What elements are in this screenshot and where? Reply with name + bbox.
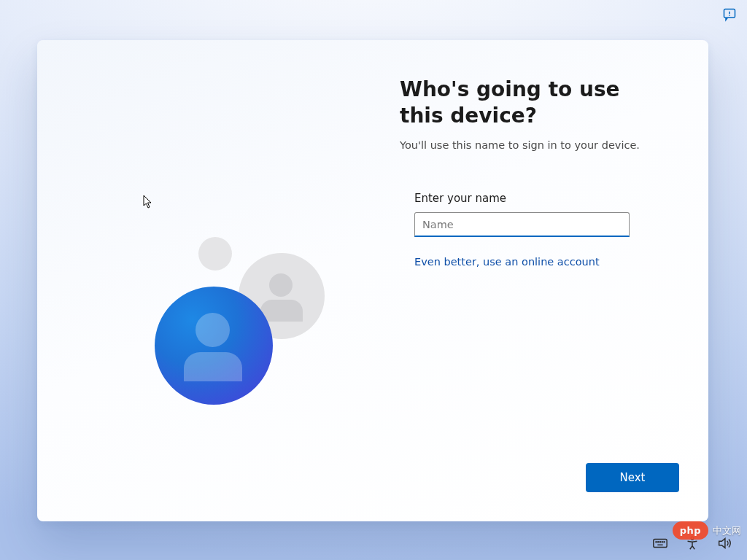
svg-point-8 [664,542,665,542]
page-subtitle: You'll use this name to sign in to your … [400,139,670,151]
name-input[interactable] [414,212,630,237]
keyboard-icon[interactable] [652,535,668,551]
svg-point-7 [662,542,662,542]
svg-point-6 [659,542,660,542]
accessibility-icon[interactable] [684,535,700,551]
avatar-bubble-small [198,237,232,271]
system-tray [652,535,732,551]
avatar-bubble-large [155,287,273,405]
name-field-label: Enter your name [414,192,670,205]
use-online-account-link[interactable]: Even better, use an online account [414,256,600,268]
svg-point-5 [658,542,659,542]
svg-rect-3 [654,540,667,548]
oobe-card: Who's going to use this device? You'll u… [37,40,708,521]
user-illustration [37,40,373,521]
next-button[interactable]: Next [586,463,679,492]
svg-point-2 [729,15,730,17]
volume-icon[interactable] [716,535,732,551]
page-title: Who's going to use this device? [400,77,670,129]
form-column: Who's going to use this device? You'll u… [400,77,670,268]
svg-point-4 [656,542,657,542]
svg-point-10 [691,537,694,540]
feedback-icon[interactable] [722,7,737,22]
